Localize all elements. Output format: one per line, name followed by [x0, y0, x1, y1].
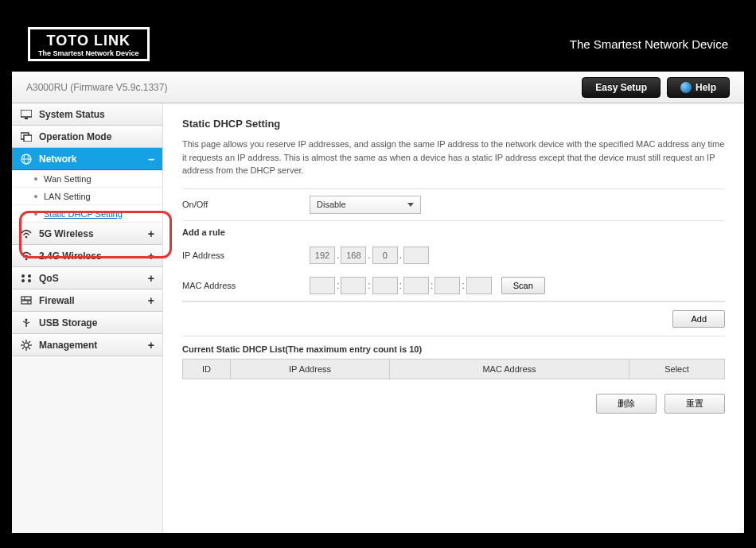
onoff-select[interactable]: Disable	[310, 196, 421, 214]
ip-octet-4[interactable]	[403, 247, 429, 264]
onoff-label: On/Off	[182, 200, 310, 209]
page-description: This page allows you reserve IP addresse…	[182, 138, 725, 177]
mac-octet-4[interactable]	[403, 277, 429, 294]
usb-icon	[20, 317, 33, 328]
sidebar-item-management[interactable]: Management +	[12, 334, 162, 356]
header-bar: TOTO LINK The Smartest Network Device Th…	[12, 16, 744, 72]
reset-button[interactable]: 重置	[664, 394, 725, 414]
qos-icon	[20, 273, 33, 284]
easy-setup-button[interactable]: Easy Setup	[582, 77, 661, 98]
th-mac: MAC Address	[390, 359, 629, 379]
content-area: Static DHCP Setting This page allows you…	[163, 103, 744, 533]
sidebar-item-24g-wireless[interactable]: 2.4G Wireless +	[12, 245, 162, 267]
monitor-icon	[20, 109, 33, 120]
shield-icon	[20, 295, 33, 306]
onoff-value: Disable	[317, 200, 346, 209]
sidebar-subitem-lan-setting[interactable]: LAN Setting	[12, 188, 162, 205]
sidebar-item-usb-storage[interactable]: USB Storage	[12, 312, 162, 334]
mac-octet-3[interactable]	[372, 277, 398, 294]
scan-button[interactable]: Scan	[501, 277, 545, 294]
chevron-down-icon	[407, 203, 414, 207]
ip-octet-1[interactable]	[310, 247, 335, 264]
th-ip: IP Address	[231, 359, 390, 379]
logo-text: TOTO LINK	[38, 33, 139, 49]
wifi-icon	[20, 228, 33, 239]
sub-item-label: Static DHCP Setting	[44, 209, 123, 219]
colon-sep: :	[431, 280, 433, 291]
svg-point-9	[21, 274, 25, 278]
page-title: Static DHCP Setting	[182, 118, 725, 130]
svg-point-18	[25, 318, 28, 321]
colon-sep: :	[462, 280, 464, 291]
bullet-icon	[34, 212, 37, 216]
mac-octet-5[interactable]	[435, 277, 460, 294]
sidebar: System Status Operation Mode Network – W…	[12, 103, 163, 533]
svg-point-10	[28, 274, 31, 278]
colon-sep: :	[337, 280, 339, 291]
mac-octet-6[interactable]	[466, 277, 492, 294]
tagline: The Smartest Network Device	[570, 37, 728, 51]
expand-icon: +	[148, 227, 154, 240]
svg-line-26	[29, 341, 30, 343]
sidebar-item-label: Operation Mode	[39, 131, 111, 142]
subheader-bar: A3000RU (Firmware V5.9c.1337) Easy Setup…	[12, 72, 744, 103]
mac-address-group: : : : : : Scan	[310, 277, 545, 294]
svg-rect-0	[21, 110, 32, 117]
add-button[interactable]: Add	[672, 310, 725, 328]
svg-rect-13	[21, 297, 31, 300]
sidebar-item-label: USB Storage	[39, 317, 97, 328]
expand-icon: +	[148, 250, 154, 262]
bullet-icon	[34, 195, 37, 198]
sidebar-item-qos[interactable]: QoS +	[12, 267, 162, 290]
svg-rect-1	[25, 118, 28, 119]
sidebar-item-network[interactable]: Network –	[12, 148, 162, 170]
help-icon	[680, 82, 692, 93]
sub-item-label: LAN Setting	[44, 192, 91, 201]
dot-sep: .	[337, 250, 339, 261]
svg-point-8	[25, 258, 28, 260]
sidebar-subitem-wan-setting[interactable]: Wan Setting	[12, 170, 162, 188]
globe-icon	[20, 154, 33, 165]
mac-octet-2[interactable]	[341, 277, 366, 294]
logo: TOTO LINK The Smartest Network Device	[28, 27, 150, 61]
delete-button[interactable]: 删除	[596, 394, 657, 414]
table-header-row: ID IP Address MAC Address Select	[183, 359, 725, 379]
add-rule-heading: Add a rule	[182, 220, 725, 240]
help-label: Help	[696, 82, 716, 93]
expand-icon: +	[148, 294, 154, 307]
sidebar-item-label: Management	[39, 340, 97, 351]
sidebar-item-label: Network	[39, 154, 76, 165]
svg-line-25	[29, 348, 30, 349]
svg-rect-3	[24, 135, 32, 142]
svg-point-12	[28, 279, 31, 282]
dot-sep: .	[399, 250, 402, 261]
ip-octet-2[interactable]	[341, 247, 366, 264]
svg-point-7	[25, 235, 28, 238]
th-id: ID	[183, 359, 231, 379]
collapse-icon: –	[148, 153, 154, 165]
ip-address-label: IP Address	[182, 251, 310, 260]
ip-address-group: . . .	[310, 247, 429, 264]
help-button[interactable]: Help	[667, 77, 730, 98]
mac-octet-1[interactable]	[310, 277, 335, 294]
sidebar-item-5g-wireless[interactable]: 5G Wireless +	[12, 223, 162, 245]
sidebar-item-system-status[interactable]: System Status	[12, 103, 162, 126]
logo-subtitle: The Smartest Network Device	[38, 49, 139, 57]
bullet-icon	[34, 177, 37, 181]
sidebar-item-operation-mode[interactable]: Operation Mode	[12, 126, 162, 148]
th-select: Select	[629, 359, 725, 379]
dhcp-list-title: Current Static DHCP List(The maximum ent…	[182, 344, 725, 354]
model-firmware-label: A3000RU (Firmware V5.9c.1337)	[26, 82, 167, 93]
sidebar-item-firewall[interactable]: Firewall +	[12, 290, 162, 312]
gear-icon	[20, 340, 33, 351]
svg-point-11	[21, 279, 25, 282]
sidebar-item-label: 2.4G Wireless	[39, 251, 102, 262]
svg-rect-14	[21, 301, 31, 304]
sidebar-item-label: Firewall	[39, 295, 75, 306]
svg-line-24	[22, 341, 24, 343]
sidebar-subitem-static-dhcp[interactable]: Static DHCP Setting	[12, 205, 162, 223]
mode-icon	[20, 131, 33, 142]
colon-sep: :	[399, 280, 402, 291]
ip-octet-3[interactable]	[372, 247, 398, 264]
sidebar-item-label: QoS	[39, 273, 59, 284]
